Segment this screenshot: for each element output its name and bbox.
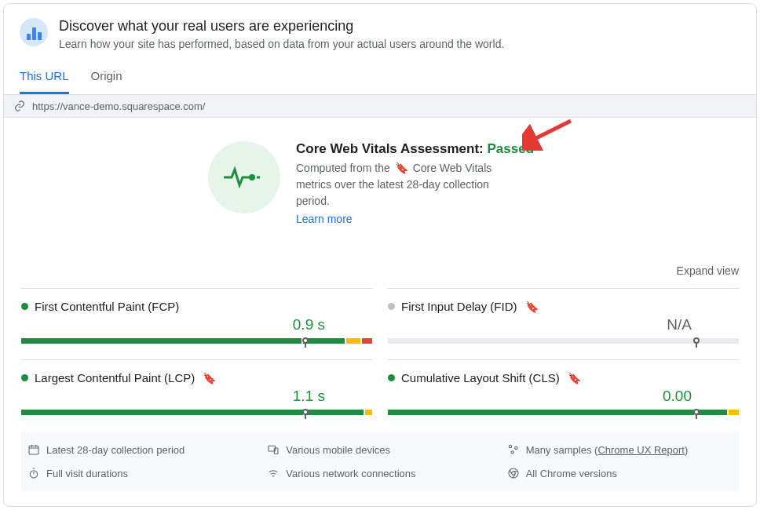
status-dot: [21, 303, 28, 310]
distribution-bar: [21, 338, 372, 344]
assessment-title: Core Web Vitals Assessment: Passed: [296, 141, 534, 157]
status-dot: [388, 303, 395, 310]
wifi-icon: [267, 467, 280, 479]
bookmark-icon: 🔖: [568, 372, 581, 384]
metric-value: N/A: [388, 316, 739, 333]
bookmark-icon: 🔖: [203, 372, 216, 384]
metric-lcp[interactable]: Largest Contentful Paint (LCP) 🔖 1.1 s: [21, 359, 372, 415]
distribution-bar: [388, 338, 739, 344]
header-subtitle: Learn how your site has performed, based…: [59, 38, 504, 50]
footer-versions: All Chrome versions: [504, 465, 736, 481]
metric-value: 0.00: [388, 388, 739, 405]
link-icon: [13, 100, 26, 112]
url-bar: https://vance-demo.squarespace.com/: [4, 95, 756, 118]
metric-value: 0.9 s: [21, 316, 372, 333]
status-dot: [388, 374, 395, 381]
metric-label: First Contentful Paint (FCP): [35, 300, 179, 313]
chrome-icon: [507, 467, 520, 479]
svg-rect-3: [29, 446, 38, 454]
header-title: Discover what your real users are experi…: [59, 18, 504, 35]
distribution-bar: [21, 410, 372, 415]
svg-point-6: [509, 445, 511, 447]
footer-samples: Many samples (Chrome UX Report): [504, 442, 736, 457]
footer: Latest 28-day collection period Various …: [21, 431, 739, 492]
expand-view-link[interactable]: Expand view: [677, 264, 739, 277]
metric-value: 1.1 s: [21, 388, 372, 405]
bookmark-icon: 🔖: [525, 301, 539, 313]
assessment: Core Web Vitals Assessment: Passed Compu…: [4, 118, 756, 233]
metric-fid[interactable]: First Input Delay (FID) 🔖 N/A: [388, 288, 739, 344]
metric-label: Largest Contentful Paint (LCP): [35, 371, 195, 384]
footer-period: Latest 28-day collection period: [24, 442, 256, 457]
svg-line-2: [530, 121, 571, 141]
calendar-icon: [27, 443, 40, 456]
bars-icon: [20, 18, 48, 46]
metric-label: Cumulative Layout Shift (CLS): [401, 371, 560, 384]
learn-more-link[interactable]: Learn more: [296, 213, 353, 225]
devices-icon: [267, 443, 280, 456]
pulse-icon: [208, 141, 280, 213]
header: Discover what your real users are experi…: [4, 4, 756, 61]
metric-label: First Input Delay (FID): [401, 300, 517, 313]
svg-point-7: [514, 446, 517, 449]
footer-devices: Various mobile devices: [264, 442, 495, 457]
tab-this-url[interactable]: This URL: [20, 61, 69, 94]
tab-origin[interactable]: Origin: [91, 61, 122, 94]
assessment-desc: Computed from the 🔖 Core Web Vitals metr…: [296, 160, 516, 210]
url-text: https://vance-demo.squarespace.com/: [32, 100, 205, 112]
distribution-bar: [388, 410, 739, 415]
annotation-arrow-icon: [522, 118, 577, 151]
status-dot: [21, 374, 28, 381]
tabs: This URL Origin: [4, 61, 756, 95]
svg-point-0: [249, 174, 255, 180]
footer-durations: Full visit durations: [24, 465, 256, 481]
metric-fcp[interactable]: First Contentful Paint (FCP) 0.9 s: [21, 288, 372, 344]
footer-connections: Various network connections: [264, 465, 495, 481]
crux-link[interactable]: Chrome UX Report: [597, 444, 685, 456]
scatter-icon: [507, 443, 520, 456]
bookmark-icon: 🔖: [395, 162, 408, 174]
metric-cls[interactable]: Cumulative Layout Shift (CLS) 🔖 0.00: [388, 359, 739, 415]
field-data-card: Discover what your real users are experi…: [3, 3, 757, 507]
stopwatch-icon: [27, 467, 40, 479]
metrics-grid: First Contentful Paint (FCP) 0.9 s First…: [4, 285, 756, 431]
svg-point-8: [511, 451, 513, 454]
